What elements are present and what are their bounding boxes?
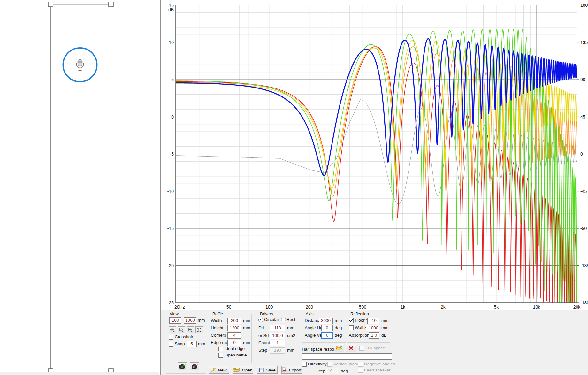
angle-ver-label: Angle Ver [305, 333, 324, 338]
corner-handle-top-left[interactable] [48, 2, 53, 7]
zoom-fit-button[interactable] [195, 326, 203, 333]
baffle-canvas[interactable] [0, 0, 159, 375]
half-space-open-button[interactable] [334, 344, 344, 352]
svg-text:5k: 5k [494, 304, 499, 310]
open-baffle-label: Open baffle [225, 353, 247, 357]
driver-sd-input[interactable]: 100,0 [270, 333, 285, 339]
svg-text:-90: -90 [580, 226, 587, 231]
svg-text:-20: -20 [167, 263, 174, 268]
magnifier-minus-icon [170, 327, 175, 333]
save-button[interactable]: Save [257, 366, 278, 374]
svg-text:-25: -25 [167, 300, 174, 305]
corner-handle-top-right[interactable] [109, 2, 113, 7]
open-button-label: Open [242, 368, 252, 372]
vertical-plane-checkbox[interactable] [327, 362, 332, 367]
magic-wand-icon [211, 367, 216, 372]
driver-dd-input[interactable]: 113 [270, 325, 285, 331]
vertical-plane-label: Vertical plane [333, 362, 359, 366]
snap-value-input[interactable]: 5 [187, 341, 197, 347]
driver-rect-label: Rect. [286, 317, 297, 322]
delete-snapshot-button[interactable] [190, 362, 199, 370]
distance-mm: mm [335, 318, 342, 323]
open-folder-icon [336, 346, 342, 351]
new-button-label: New [218, 368, 226, 372]
camera-plus-icon [179, 364, 186, 369]
angle-ver-deg: deg [335, 333, 342, 338]
driver-sd-unit: cm2 [287, 333, 295, 338]
driver-sd-label: or Sd [258, 333, 269, 338]
wall-reflection-checkbox[interactable] [349, 325, 354, 330]
magnifier-plus-icon [188, 327, 193, 333]
svg-text:10k: 10k [533, 304, 541, 310]
driver-step-input[interactable]: 190 [270, 347, 285, 354]
baffle-width-label: Width [211, 318, 222, 323]
export-arrow-icon [282, 367, 287, 372]
floor-reflection-checkbox[interactable] [349, 318, 354, 323]
half-space-clear-button[interactable] [346, 344, 356, 352]
driver-count-input[interactable]: 1 [270, 340, 285, 346]
baffle-drawing [0, 0, 159, 375]
driver-dd-mm: mm [287, 325, 294, 330]
view-zoom-to-input[interactable]: 1000 [184, 317, 196, 324]
driver-dd-label: Dd [258, 325, 264, 330]
directivity-step-label: Step [317, 369, 325, 373]
full-space-checkbox[interactable] [359, 346, 364, 351]
svg-text:50: 50 [226, 304, 232, 310]
view-zoom-from-input[interactable]: 100 [169, 317, 181, 324]
driver-circular-radio[interactable] [258, 318, 263, 322]
open-baffle-checkbox[interactable] [218, 353, 223, 358]
absorption-label: Absorption [349, 333, 370, 338]
floppy-disk-icon [259, 368, 264, 372]
directivity-checkbox[interactable] [302, 362, 307, 367]
current-response-blue [176, 39, 577, 175]
svg-text:-10: -10 [167, 189, 174, 194]
microphone-icon [77, 59, 84, 71]
baffle-group: Baffle Width 200 mm Height 1200 mm Corne… [209, 314, 252, 363]
half-space-path-field[interactable] [302, 353, 392, 360]
drivers-group: Drivers Circular Rect. Dd 113 mm or Sd 1… [256, 314, 297, 363]
svg-text:180: 180 [580, 3, 588, 8]
ideal-edge-checkbox[interactable] [218, 347, 223, 351]
open-button[interactable]: Open [233, 366, 253, 374]
negative-angles-checkbox[interactable] [358, 362, 363, 367]
snap-checkbox[interactable] [169, 342, 173, 347]
floor-y-input[interactable]: -10 [367, 318, 379, 324]
wall-x-input[interactable]: -1000 [366, 325, 379, 331]
driver-rect-radio[interactable] [281, 318, 286, 322]
full-space-label: Full space [365, 346, 385, 350]
absorption-db: dB [381, 333, 387, 338]
baffle-corners-input[interactable]: 4 [227, 332, 241, 339]
edge-baffle-simulator-window: 15dB1050-5-10-15-20-2520Hz501002005001k2… [0, 0, 588, 375]
zoom-in-button[interactable] [187, 326, 194, 333]
baffle-edge-mm: mm [243, 340, 250, 345]
driver-count-label: Count [258, 341, 270, 345]
floor-label: Floor Y [355, 318, 369, 323]
export-button[interactable]: Export [281, 366, 302, 374]
save-button-label: Save [266, 368, 276, 372]
feed-speaker-checkbox[interactable] [358, 368, 363, 373]
directivity-step-input[interactable]: 10 [326, 368, 339, 374]
absorption-input[interactable]: 1,0 [369, 332, 379, 339]
distance-input[interactable]: 3000 [319, 318, 333, 324]
svg-text:-180: -180 [580, 300, 588, 305]
new-button[interactable]: New [209, 366, 229, 374]
baffle-width-input[interactable]: 200 [227, 318, 241, 324]
svg-text:10: 10 [169, 40, 174, 45]
svg-text:200: 200 [306, 304, 313, 310]
angle-hor-input[interactable]: 0 [321, 325, 333, 331]
svg-text:0: 0 [580, 151, 583, 157]
baffle-height-label: Height [211, 325, 223, 330]
crosshair-checkbox[interactable] [169, 335, 173, 340]
export-button-label: Export [289, 368, 301, 372]
reflection-group-title: Reflection [349, 311, 370, 316]
zoom-out-button[interactable] [169, 326, 176, 333]
zoom-100-button[interactable]: 1 [178, 326, 185, 333]
snap-mm-unit: mm [198, 341, 205, 346]
baffle-edge-input[interactable]: 0 [227, 340, 241, 346]
baffle-height-input[interactable]: 1200 [227, 325, 241, 331]
baffle-edge-label: Edge rad. [211, 340, 230, 345]
axis-group: Axis Distance 3000 mm Angle Hor 0 deg An… [302, 314, 346, 343]
add-snapshot-button[interactable] [178, 362, 187, 370]
axis-group-title: Axis [304, 311, 315, 316]
angle-ver-input[interactable]: 0 [321, 332, 333, 339]
